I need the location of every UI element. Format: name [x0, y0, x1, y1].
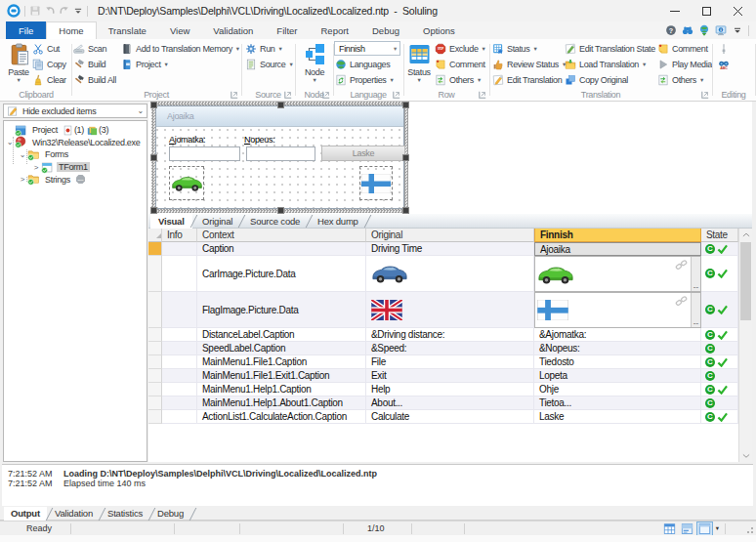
grid-cell-info[interactable] — [162, 410, 197, 424]
ribbon-button-run[interactable]: Run▾ — [245, 41, 292, 56]
grid-cell-original[interactable]: Driving Time — [366, 242, 534, 256]
grid-cell-finnish[interactable]: Tietoa... — [534, 396, 701, 410]
ribbon-button-others[interactable]: Others▾ — [435, 72, 485, 87]
grid-row-marker[interactable] — [148, 292, 162, 328]
grid-cell-info[interactable] — [162, 342, 197, 355]
grid-cell-original[interactable]: Help — [366, 383, 534, 396]
designer-button-laske[interactable]: Laske — [321, 146, 405, 161]
form-designer-selection[interactable]: Ajoaika Ajomatka: Nopeus: Laske — [151, 102, 408, 213]
ribbon-button-project[interactable]: Project▾ — [121, 57, 239, 71]
grid-header-state[interactable]: State — [701, 229, 738, 242]
collapsed-arrow-icon[interactable]: ˃ — [18, 175, 27, 184]
grid-cell-state[interactable]: C — [701, 292, 738, 328]
monitor-info-icon[interactable]: i — [715, 24, 727, 36]
grid-cell-state[interactable]: C — [701, 355, 738, 369]
filter-combobox[interactable]: Hide excluded items ⌄ — [3, 104, 147, 118]
preview-tab-source-code[interactable]: Source code — [242, 214, 308, 229]
grid-cell-context[interactable]: Caption — [197, 242, 366, 256]
grid-vertical-scrollbar[interactable] — [738, 229, 752, 462]
ribbon-button-paste[interactable]: Paste▾ — [6, 41, 31, 82]
grid-row-marker[interactable] — [148, 256, 162, 292]
ribbon-tab-translate[interactable]: Translate — [97, 21, 158, 39]
grid-cell-original[interactable]: &Speed: — [366, 342, 534, 355]
grid-cell-original[interactable]: Calculate — [366, 410, 534, 424]
grid-cell-info[interactable] — [162, 396, 197, 410]
undo-button[interactable] — [44, 5, 56, 17]
ribbon-button-edit-translation-state[interactable]: Edit Translation State — [565, 41, 655, 56]
grid-row-marker[interactable] — [148, 369, 162, 383]
grid-cell-finnish[interactable]: -- — [534, 256, 701, 292]
group-dialog-launcher[interactable] — [322, 91, 330, 99]
grid-row-marker[interactable] — [148, 355, 162, 369]
close-button[interactable] — [722, 0, 753, 21]
ribbon-button-source[interactable]: Source▾ — [245, 57, 292, 71]
collapsed-arrow-icon[interactable]: ˃ — [31, 163, 41, 172]
selection-handle[interactable] — [402, 102, 409, 108]
designer-label-distance[interactable]: Ajomatka: — [169, 135, 205, 145]
bottom-tab-validation[interactable]: Validation — [48, 507, 100, 521]
tree-item-strings[interactable]: ˃StringsSTOP — [18, 173, 86, 186]
grid-row-marker[interactable] — [148, 328, 162, 342]
status-view-dropdown[interactable]: ▾ — [716, 521, 719, 536]
selection-handle[interactable] — [402, 154, 409, 161]
grid-row-marker[interactable] — [148, 410, 162, 424]
selection-handle[interactable] — [402, 207, 409, 214]
group-dialog-launcher[interactable] — [284, 91, 292, 99]
grid-header-finnish[interactable]: Finnish — [534, 229, 701, 242]
minimize-button[interactable] — [659, 0, 691, 21]
ribbon-tab-report[interactable]: Report — [309, 21, 360, 39]
grid-header-context[interactable]: Context — [197, 229, 366, 242]
grid-cell-info[interactable] — [162, 292, 197, 328]
cell-more-button[interactable]: -- — [691, 257, 700, 291]
grid-cell-finnish[interactable]: Ajoaika — [534, 242, 701, 256]
ribbon-tab-view[interactable]: View — [158, 21, 201, 39]
grid-header-info[interactable]: Info — [162, 229, 197, 242]
grid-cell-context[interactable]: MainMenu1.Help1.Caption — [197, 383, 366, 396]
grid-cell-finnish[interactable]: Tiedosto — [534, 355, 701, 369]
grid-cell-finnish[interactable]: &Nopeus: — [534, 342, 701, 355]
grid-row-marker[interactable] — [148, 383, 162, 396]
grid-cell-finnish[interactable]: &Ajomatka: — [534, 328, 701, 342]
save-button[interactable] — [29, 5, 41, 17]
ribbon-button-scan[interactable]: Scan — [73, 41, 116, 56]
selection-handle[interactable] — [150, 207, 157, 214]
grid-cell-original[interactable]: About... — [366, 396, 534, 410]
ribbon-button-review-status[interactable]: Review Status▾ — [492, 57, 566, 71]
grid-cell-state[interactable]: C — [701, 383, 738, 396]
app-logo-icon[interactable] — [7, 4, 21, 18]
grid-row-marker[interactable] — [148, 242, 162, 256]
designer-edit-speed[interactable] — [246, 146, 315, 161]
ribbon-button-add-to-translation-memory[interactable]: Add to Translation Memory▾ — [121, 41, 239, 56]
ribbon-button-load-translation[interactable]: Load Translation▾ — [565, 57, 655, 71]
grid-cell-original[interactable]: File — [366, 355, 534, 369]
binoculars-icon[interactable] — [682, 24, 693, 36]
ribbon-button-find-abc[interactable]: ABC — [718, 57, 730, 71]
ribbon-button-status[interactable]: Status▾ — [405, 41, 433, 82]
grid-cell-state[interactable]: C — [701, 369, 738, 383]
ribbon-tab-home[interactable]: Home — [46, 21, 96, 39]
ribbon-button-clear[interactable]: Clear — [32, 72, 66, 87]
qat-customize-button[interactable] — [73, 6, 83, 16]
expanded-arrow-icon[interactable]: ⌄ — [5, 138, 15, 146]
grid-cell-info[interactable] — [162, 383, 197, 396]
scroll-down-icon[interactable] — [739, 449, 752, 462]
grid-cell-state[interactable]: C — [701, 396, 738, 410]
ribbon-button-comment[interactable]: Comment — [657, 41, 712, 56]
bottom-tab-statistics[interactable]: Statistics — [101, 507, 149, 521]
preview-tab-original[interactable]: Original — [194, 214, 240, 229]
grid-header-original[interactable]: Original — [366, 229, 534, 242]
grid-cell-info[interactable] — [162, 256, 197, 292]
ribbon-button-brush[interactable] — [718, 41, 730, 56]
grid-cell-original[interactable]: &Driving distance: — [366, 328, 534, 342]
tree-item-forms[interactable]: ⌄Forms — [18, 148, 70, 161]
ribbon-button-copy-original[interactable]: Copy Original — [565, 72, 655, 87]
grid-cell-info[interactable] — [162, 328, 197, 342]
grid-cell-context[interactable]: FlagImage.Picture.Data — [197, 292, 366, 328]
grid-cell-context[interactable]: SpeedLabel.Caption — [197, 342, 366, 355]
ribbon-button-comment[interactable]: Comment — [435, 57, 485, 71]
selection-handle[interactable] — [150, 102, 157, 108]
grid-cell-context[interactable]: MainMenu1.Help1.About1.Caption — [197, 396, 366, 410]
grid-cell-finnish[interactable]: Ohje — [534, 383, 701, 396]
designer-flag-image[interactable] — [359, 166, 393, 200]
ribbon-tab-options[interactable]: Options — [411, 21, 467, 39]
